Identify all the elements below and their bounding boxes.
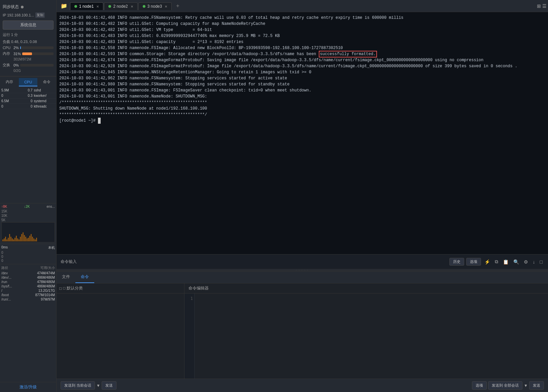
disk-size: 97M/97M bbox=[41, 298, 55, 301]
proc-cpu: 0 bbox=[23, 99, 33, 103]
disk-path: /boot bbox=[1, 293, 35, 297]
disk-path: /sys/f... bbox=[1, 284, 37, 288]
ip-row: IP 192.168.100.1... 复制 bbox=[3, 11, 54, 19]
net-chart-bars bbox=[2, 223, 55, 242]
terminal-line: 2024-10-03 00:41:43,001 INFO namenode.FS… bbox=[59, 87, 545, 93]
options-button[interactable]: 选项 bbox=[466, 258, 481, 266]
tab-commands[interactable]: 命令 bbox=[75, 271, 94, 283]
tab-commands-label: 命令 bbox=[81, 274, 89, 279]
search-icon-button[interactable]: 🔍 bbox=[512, 259, 520, 265]
disk-size: 486M/486M bbox=[37, 284, 55, 288]
tab-cmd[interactable]: 命令 bbox=[37, 78, 56, 86]
net-up: ↑8K bbox=[1, 205, 7, 208]
tab-node3[interactable]: 3 node3 ✕ bbox=[138, 2, 172, 10]
terminal-line: 2024-10-03 00:41:43,001 INFO namenode.Na… bbox=[59, 93, 545, 100]
send-to-all-group: 选项 发送到 全部会话 ▼ 发送 bbox=[472, 381, 544, 390]
send-to-current-button[interactable]: 发送到 当前会话 bbox=[61, 381, 95, 390]
run-info: 运行 1 分 bbox=[3, 31, 54, 39]
copy-button[interactable]: 复制 bbox=[35, 12, 45, 18]
tab-close-2[interactable]: ✕ bbox=[131, 5, 133, 8]
mem-bar-container bbox=[22, 52, 54, 55]
cpu-bar bbox=[20, 46, 21, 49]
tab-close-1[interactable]: ✕ bbox=[96, 5, 99, 8]
disk-path: /dev/... bbox=[1, 276, 37, 279]
terminal-line: 2024-10-03 00:41:42,468 INFO namenode.FS… bbox=[59, 15, 545, 21]
terminal-line: 2024-10-03 00:41:42,945 INFO namenode.NN… bbox=[59, 69, 545, 75]
terminal-area[interactable]: 2024-10-03 00:41:42,468 INFO namenode.FS… bbox=[57, 12, 548, 254]
send-button-2[interactable]: 发送 bbox=[529, 381, 544, 390]
highlight-span: successfully formatted. bbox=[319, 51, 377, 57]
download-icon-button[interactable]: ↓ bbox=[532, 259, 537, 265]
proc-mem: 6.5M bbox=[1, 99, 23, 103]
network-section: ↑8K ↓2K ens... 15K 10K 5K bbox=[0, 203, 56, 244]
menu-icon[interactable]: ☰ bbox=[542, 3, 547, 9]
cmd-categories-label: □ 默认分类 bbox=[63, 285, 83, 291]
proc-label: kworker/ bbox=[33, 94, 55, 97]
sys-info-button[interactable]: 系统信息 bbox=[3, 21, 54, 30]
upgrade-button[interactable]: 激活/升级 bbox=[2, 384, 54, 390]
process-tabs: 内存 CPU 命令 bbox=[0, 76, 56, 88]
main-area: 📁 1 node1 ✕ 2 node2 ✕ 3 node3 ✕ ＋ ⊞ ☰ 20… bbox=[57, 0, 548, 392]
tab-mem[interactable]: 内存 bbox=[0, 78, 19, 86]
tab-cpu[interactable]: CPU bbox=[19, 78, 38, 86]
tab-files[interactable]: 文件 bbox=[57, 271, 75, 283]
terminal-line: 2024-10-03 00:41:42,962 INFO namenode.FS… bbox=[59, 75, 545, 81]
mem-value: 31% bbox=[13, 52, 21, 56]
tab-label-3: 3 node3 bbox=[147, 4, 162, 9]
net-chart bbox=[1, 222, 55, 242]
cursor bbox=[98, 118, 101, 124]
grid-icon[interactable]: ⊞ bbox=[537, 3, 541, 9]
send-button[interactable]: 发送 bbox=[102, 381, 116, 390]
cpu-metric: CPU 2% bbox=[3, 45, 54, 50]
history-button[interactable]: 历史 bbox=[449, 258, 464, 266]
copy-icon-button[interactable]: ⧉ bbox=[493, 258, 500, 265]
proc-cpu: 0.3 bbox=[23, 94, 33, 97]
tab-files-label: 文件 bbox=[62, 274, 70, 279]
editor-textarea[interactable] bbox=[195, 293, 548, 379]
file-icon-button[interactable]: 📋 bbox=[502, 259, 510, 265]
tab-node1[interactable]: 1 node1 ✕ bbox=[70, 2, 103, 10]
proc-mem: 0 bbox=[1, 94, 23, 97]
cpu-bar-container bbox=[20, 46, 54, 49]
swap-value: 0% bbox=[13, 63, 19, 67]
ip-label: IP 192.168.100.1... bbox=[3, 13, 34, 17]
disk-row: /sys/f... 486M/486M bbox=[1, 284, 55, 288]
send-to-all-label: 发送到 全部会话 bbox=[492, 383, 519, 387]
cmd-input-bar: 命令输入 历史 选项 ⚡ ⧉ 📋 🔍 ⚙ ↓ □ bbox=[57, 254, 548, 269]
disk-section: 路径 可用/大小 /dev 474M/474M /dev/... 486M/48… bbox=[0, 264, 56, 382]
disk-row: /run 478M/486M bbox=[1, 280, 55, 284]
net-header: ↑8K ↓2K ens... bbox=[1, 205, 55, 208]
net-scale-10k: 10K bbox=[1, 214, 7, 218]
folder-icon: □ bbox=[59, 286, 62, 291]
list-item: 5.9M 0.7 sshd bbox=[0, 88, 56, 93]
folder-icon-button[interactable]: 📁 bbox=[58, 1, 70, 10]
disk-size: 486M/486M bbox=[37, 276, 55, 279]
sidebar: 同步状态 IP 192.168.100.1... 复制 系统信息 运行 1 分 … bbox=[0, 0, 57, 392]
disk-path-header: 路径 bbox=[1, 266, 8, 270]
tab-label-1: 1 node1 bbox=[79, 4, 94, 9]
disk-path: /run/... bbox=[1, 298, 41, 301]
terminal-line: 2024-10-03 00:41:42,928 INFO namenode.FS… bbox=[59, 63, 545, 69]
swap-detail: 0/2G bbox=[13, 69, 21, 73]
options-right-button[interactable]: 选项 bbox=[472, 381, 487, 390]
dropdown-arrow-icon-2: ▼ bbox=[524, 383, 528, 388]
terminal-prompt: [root@node1 ~]# bbox=[59, 118, 545, 124]
cmd-input-field[interactable] bbox=[79, 260, 447, 264]
lightning-icon-button[interactable]: ⚡ bbox=[483, 259, 491, 265]
process-list: 5.9M 0.7 sshd 0 0.3 kworker/ 6.5M 0 syst… bbox=[0, 88, 56, 203]
list-item: 0 0.3 kworker/ bbox=[0, 93, 56, 99]
tab-label-2: 2 node2 bbox=[113, 4, 128, 9]
cmd-categories-body bbox=[57, 293, 184, 379]
proc-label: kthreadc bbox=[33, 105, 55, 108]
sidebar-header: 同步状态 IP 192.168.100.1... 复制 系统信息 运行 1 分 … bbox=[0, 0, 56, 76]
process-tab-row: 内存 CPU 命令 bbox=[0, 78, 56, 86]
proc-label: sshd bbox=[33, 88, 55, 92]
send-to-all-button[interactable]: 发送到 全部会话 bbox=[488, 381, 522, 390]
proc-mem: 5.9M bbox=[1, 88, 23, 92]
gear-icon-button[interactable]: ⚙ bbox=[522, 259, 529, 265]
tab-node2[interactable]: 2 node2 ✕ bbox=[104, 2, 137, 10]
tab-add-button[interactable]: ＋ bbox=[172, 1, 183, 11]
tab-close-3[interactable]: ✕ bbox=[165, 5, 167, 8]
window-icon-button[interactable]: □ bbox=[539, 259, 544, 265]
tab-bar: 📁 1 node1 ✕ 2 node2 ✕ 3 node3 ✕ ＋ ⊞ ☰ bbox=[57, 0, 548, 12]
